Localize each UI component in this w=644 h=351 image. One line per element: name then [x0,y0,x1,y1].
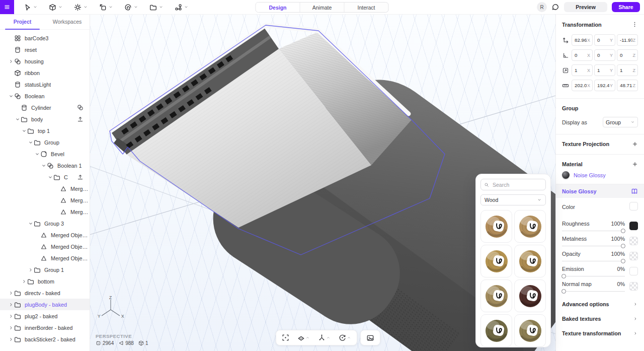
tree-item-reset[interactable]: reset [0,44,90,55]
normal-map-slider[interactable] [562,291,625,292]
avatar[interactable]: R [537,2,547,12]
position-z-field[interactable]: Z [617,34,638,46]
tab-interact[interactable]: Interact [345,3,388,12]
tab-workspaces[interactable]: Workspaces [45,14,90,29]
rotation-y-field[interactable]: Y [594,49,615,61]
roughness-slider[interactable] [562,231,625,231]
material-tool[interactable] [119,4,144,11]
tree-item-c[interactable]: C [0,171,90,183]
baked-textures-row[interactable]: Baked textures [562,311,638,326]
tree-item-merged[interactable]: Merged ... [0,206,90,218]
tree-item-backsticker2-baked[interactable]: backSticker2 - baked [0,333,90,345]
texture-transformation-row[interactable]: Texture transformation [562,326,638,340]
tree-item-merged-objects[interactable]: Merged Objects - ... [0,241,90,252]
scale-z-field[interactable]: Z [617,64,638,76]
tree-item-body[interactable]: body [0,113,90,125]
expand-chevron[interactable] [28,267,34,273]
collapse-chevron[interactable] [34,151,40,157]
material-tile[interactable] [480,279,512,312]
size-z-field[interactable]: Z [617,80,638,91]
tree-item-boolean[interactable]: Boolean [0,90,90,102]
scale-x-field[interactable]: X [572,64,593,76]
library-tool[interactable] [144,4,169,11]
size-y-field[interactable]: Y [594,80,615,91]
material-search[interactable] [480,179,546,190]
tab-design[interactable]: Design [256,3,300,12]
material-tile[interactable] [480,245,512,277]
axis-gizmo[interactable]: Z Y X [97,296,125,322]
add-texture-projection-icon[interactable] [632,141,638,147]
material-tile[interactable] [480,314,512,347]
expand-chevron[interactable] [8,313,14,319]
boolean-badge-icon[interactable] [77,104,84,111]
material-tile[interactable] [514,210,546,243]
search-input[interactable] [492,181,542,188]
tree-item-merged-objects[interactable]: Merged Objects - ... [0,229,90,241]
position-x-field[interactable]: X [572,34,593,46]
share-button[interactable]: Share [612,2,640,12]
rotation-z-field[interactable]: Z [617,49,638,61]
tree-item-bottom[interactable]: bottom [0,275,90,287]
tree-item-plugbody-baked[interactable]: plugBody - baked [0,299,90,310]
tree-item-directv-baked[interactable]: directv - baked [0,287,90,299]
tree-item-ribbon[interactable]: ribbon [0,67,90,79]
material-tile[interactable] [514,245,546,277]
opacity-slider[interactable] [562,261,625,261]
tab-animate[interactable]: Animate [300,3,345,12]
normal-map-swatch[interactable] [629,282,638,291]
chat-icon[interactable] [551,3,559,11]
gizmo-settings-button[interactable] [314,330,335,345]
material-tile[interactable] [480,210,512,243]
collapse-chevron[interactable] [47,174,53,180]
collapse-chevron[interactable] [28,139,34,146]
expand-chevron[interactable] [21,278,27,285]
expand-chevron[interactable] [8,290,14,296]
tree-item-merged[interactable]: Merged ... [0,183,90,194]
tree-item-boolean1[interactable]: Boolean 1 [0,160,90,171]
category-select[interactable]: Wood [480,194,546,205]
tree-item-statuslight[interactable]: statusLight [0,79,90,90]
emission-slider[interactable] [562,276,625,276]
tree-item-top1[interactable]: top 1 [0,125,90,136]
material-detail-header[interactable]: Noise Glossy [556,184,644,198]
collapse-chevron[interactable] [15,116,21,122]
tree-item-plug2-baked[interactable]: plug2 - baked [0,310,90,322]
size-x-field[interactable]: X [572,80,593,91]
tree-item-barcode3[interactable]: barCode3 [0,32,90,44]
tree-item-housing[interactable]: housing [0,55,90,67]
collapse-chevron[interactable] [28,221,34,227]
orbit-button[interactable] [335,330,355,345]
color-swatch[interactable] [629,202,638,210]
tree-item-innerborder-baked[interactable]: innerBorder - baked [0,322,90,333]
focus-button[interactable] [278,330,293,345]
pointer-tool[interactable] [18,4,43,11]
tab-project[interactable]: Project [0,14,45,29]
expand-chevron[interactable] [8,58,14,64]
preview-button[interactable]: Preview [564,2,607,12]
material-tile[interactable] [514,314,546,347]
tree-item-group1[interactable]: Group 1 [0,264,90,275]
material-tile[interactable] [514,279,546,312]
add-material-icon[interactable] [632,161,638,167]
object-tool[interactable] [43,4,68,11]
tree-item-merged-objects[interactable]: Merged Objects - ... [0,252,90,264]
expand-chevron[interactable] [8,302,14,308]
rotation-x-field[interactable]: X [572,49,593,61]
expand-chevron[interactable] [8,325,14,331]
main-menu-button[interactable] [0,0,14,14]
ground-plane-button[interactable] [293,330,314,345]
position-y-field[interactable]: Y [594,34,615,46]
kebab-menu-icon[interactable] [631,21,638,28]
tree-item-group[interactable]: Group [0,136,90,148]
tree-item-merged[interactable]: Merged ... [0,194,90,206]
tree-item-group3[interactable]: Group 3 [0,218,90,229]
display-as-select[interactable]: Group [603,117,638,127]
upload-icon[interactable] [77,116,84,122]
export-tool[interactable] [169,4,194,11]
emission-swatch[interactable] [629,267,638,275]
roughness-swatch[interactable] [629,222,638,230]
upload-icon[interactable] [77,174,84,180]
instance-tool[interactable] [94,4,119,11]
tree-item-bevel[interactable]: Bevel [0,148,90,160]
tree-item-cylinder[interactable]: Cylinder [0,102,90,113]
